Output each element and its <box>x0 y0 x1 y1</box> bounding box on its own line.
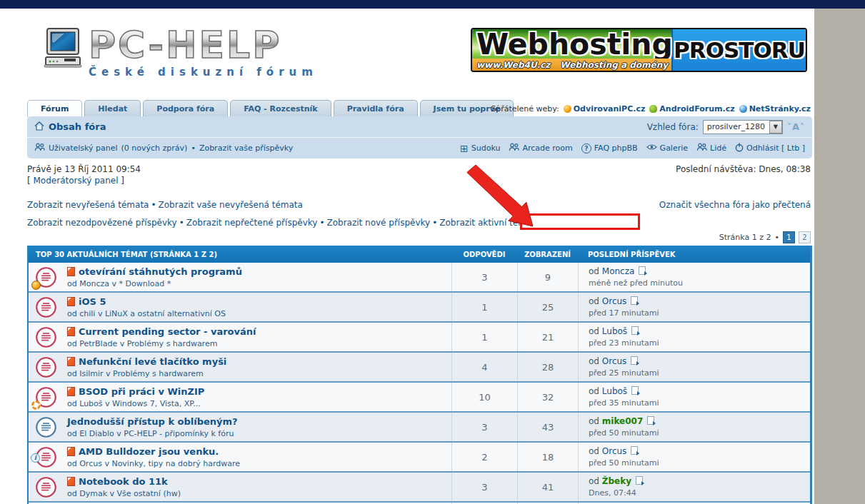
font-size-widget[interactable]: ˅A˄ <box>787 121 805 132</box>
table-header: TOP 30 AKTUÁLNÍCH TÉMAT (STRÁNKA 1 Z 2) … <box>29 246 810 263</box>
topic-title-link[interactable]: Current pending sector - varování <box>79 326 256 337</box>
icon-overlay <box>31 400 41 410</box>
last-post-od: od <box>589 326 599 336</box>
last-post-author-link[interactable]: Luboš <box>602 326 627 336</box>
topic-row[interactable]: iOS 5 od chili v LiNuX a ostatní alterna… <box>29 291 810 321</box>
goto-last-post-icon[interactable] <box>636 476 643 485</box>
topic-icon <box>35 416 57 438</box>
link-odvirovanipc[interactable]: OdvirovaniPC.cz <box>564 104 646 114</box>
nav-tabs: Fórum Hledat Podpora fóra FAQ - Rozcestn… <box>27 99 516 117</box>
last-post-od: od <box>589 356 599 366</box>
goto-last-post-icon[interactable] <box>631 356 638 365</box>
view-your-unsolved-link[interactable]: Zobrazit vaše nevyřešená témata <box>159 200 303 210</box>
view-unread-link[interactable]: Zobrazit nepřečtené příspěvky <box>186 218 318 228</box>
last-post-author-link[interactable]: mike007 <box>602 416 643 426</box>
view-new-posts-link[interactable]: Zobrazit nové příspěvky <box>326 218 430 228</box>
topic-title-link[interactable]: BSOD při práci v WinZIP <box>79 386 204 397</box>
replies-count: 2 <box>451 443 517 471</box>
last-post-author-link[interactable]: Moncza <box>602 266 635 276</box>
pagination: Stránka 1 z 2 • 1 2 <box>719 231 811 243</box>
topic-row[interactable]: i AMD Bulldozer jsou venku. od Orcus v N… <box>29 441 810 471</box>
webhosting-ad-banner[interactable]: Webhosting www.Web4U.cz Webhosting a dom… <box>471 28 807 72</box>
view-unanswered-link[interactable]: Zobrazit nezodpovězené příspěvky <box>27 218 177 228</box>
link-androidforum[interactable]: AndroidForum.cz <box>649 104 734 114</box>
people-link[interactable]: Lidé <box>696 143 726 153</box>
topic-row[interactable]: BSOD při práci v WinZIP od Luboš v Windo… <box>29 381 810 411</box>
new-messages-count: (0 nových zpráv) <box>121 143 188 153</box>
last-post-time: před 50 minutami <box>589 458 810 468</box>
last-post-cell: od Moncza méně než před minutou <box>578 263 810 291</box>
topic-title-link[interactable]: Jednodušší přístup k oblíbeným? <box>67 416 238 427</box>
mark-forums-read-link[interactable]: Označit všechna fóra jako přečtená <box>659 200 811 210</box>
last-post-time: před 50 minutami <box>589 428 810 438</box>
topic-title-link[interactable]: Notebook do 11k <box>79 476 168 487</box>
goto-last-post-icon[interactable] <box>647 416 654 425</box>
last-post-author-link[interactable]: Orcus <box>602 446 627 456</box>
tab-support[interactable]: Podpora fóra <box>143 100 228 117</box>
views-count: 41 <box>517 473 578 501</box>
replies-count: 3 <box>451 413 517 441</box>
replies-count: 4 <box>451 353 517 381</box>
page-1-button[interactable]: 1 <box>783 231 795 243</box>
site-logo[interactable]: PC-HELP České diskuzní fórum <box>43 27 318 79</box>
goto-last-post-icon[interactable] <box>631 386 639 395</box>
topic-title-cell: Current pending sector - varování od Pet… <box>29 323 451 351</box>
topic-row[interactable]: Current pending sector - varování od Pet… <box>29 321 810 351</box>
views-count: 43 <box>517 413 578 441</box>
people-icon <box>509 143 519 153</box>
replies-count: 1 <box>451 293 517 321</box>
topic-author-forum: od Dymak v Vše ostatní (hw) <box>67 489 181 498</box>
last-post-cell: od mike007 před 50 minutami <box>578 413 810 441</box>
your-posts-link[interactable]: Zobrazit vaše příspěvky <box>199 143 293 153</box>
link-netstranky[interactable]: NetStránky.cz <box>739 104 811 114</box>
last-post-time: před 35 minutami <box>589 398 810 408</box>
last-post-cell: od Žbeky Dnes, 07:44 <box>578 473 810 501</box>
goto-last-post-icon[interactable] <box>631 446 638 455</box>
last-post-od: od <box>589 386 599 396</box>
topic-row[interactable]: Fraps - při ukončení nahrávání se počíta… <box>29 501 810 504</box>
board-index-link[interactable]: Obsah fóra <box>49 121 106 132</box>
views-count: 18 <box>517 443 578 471</box>
goto-last-post-icon[interactable] <box>639 266 646 275</box>
topic-icon <box>35 326 57 348</box>
last-post-author-link[interactable]: Orcus <box>602 296 627 306</box>
tab-search[interactable]: Hledat <box>84 100 141 117</box>
moderator-panel-line: [ Moderátorský panel ] <box>27 176 124 186</box>
view-unsolved-link[interactable]: Zobrazit nevyřešená témata <box>27 200 149 210</box>
user-panel-link[interactable]: Uživatelský panel <box>49 143 118 153</box>
last-post-author-link[interactable]: Luboš <box>602 386 627 396</box>
faq-link[interactable]: ?FAQ phpBB <box>581 143 638 153</box>
topic-author-forum: od Luboš v Windows 7, Vista, XP... <box>67 399 204 408</box>
page-2-button[interactable]: 2 <box>799 231 811 243</box>
gallery-link[interactable]: Galerie <box>646 143 688 153</box>
topic-row[interactable]: otevírání stáhnutých programů od Moncza … <box>29 263 810 291</box>
tab-faq[interactable]: FAQ - Rozcestník <box>230 100 331 117</box>
topic-title-link[interactable]: Nefunkční levé tlačítko myši <box>79 356 226 367</box>
question-icon: ? <box>581 143 591 153</box>
banner-tagline: Webhosting a domény <box>560 60 668 70</box>
last-post-author-link[interactable]: Orcus <box>602 356 627 366</box>
power-icon <box>735 143 744 154</box>
last-post-od: od <box>589 296 599 306</box>
col-lastpost-header: POSLEDNÍ PŘÍSPĚVEK <box>578 251 810 258</box>
topic-row[interactable]: Jednodušší přístup k oblíbeným? od El Di… <box>29 411 810 441</box>
tab-rules[interactable]: Pravidla fóra <box>334 100 418 117</box>
sudoku-link[interactable]: ⊞Sudoku <box>460 143 500 153</box>
views-count: 9 <box>517 263 578 291</box>
arcade-link[interactable]: Arcade room <box>509 143 572 153</box>
goto-last-post-icon[interactable] <box>631 296 638 305</box>
quicklinks-line2: Zobrazit nezodpovězené příspěvky•Zobrazi… <box>27 218 540 228</box>
topic-title-link[interactable]: otevírání stáhnutých programů <box>79 266 242 277</box>
topic-title-link[interactable]: iOS 5 <box>79 296 106 307</box>
topic-row[interactable]: Notebook do 11k od Dymak v Vše ostatní (… <box>29 471 810 501</box>
topic-row[interactable]: Nefunkční levé tlačítko myši od Isilmir … <box>29 351 810 381</box>
style-select[interactable]: prosilver_1280 ▼ <box>703 120 783 134</box>
tab-forum[interactable]: Fórum <box>27 100 82 117</box>
topic-title-link[interactable]: AMD Bulldozer jsou venku. <box>79 446 219 457</box>
moderator-panel-link[interactable]: Moderátorský panel <box>34 176 119 186</box>
last-post-author-link[interactable]: Žbeky <box>602 476 631 486</box>
goto-last-post-icon[interactable] <box>631 326 639 335</box>
topic-icon <box>35 386 57 408</box>
annotation-highlight-box <box>520 213 640 230</box>
logout-link[interactable]: Odhlásit [ Ltb ] <box>735 143 805 154</box>
